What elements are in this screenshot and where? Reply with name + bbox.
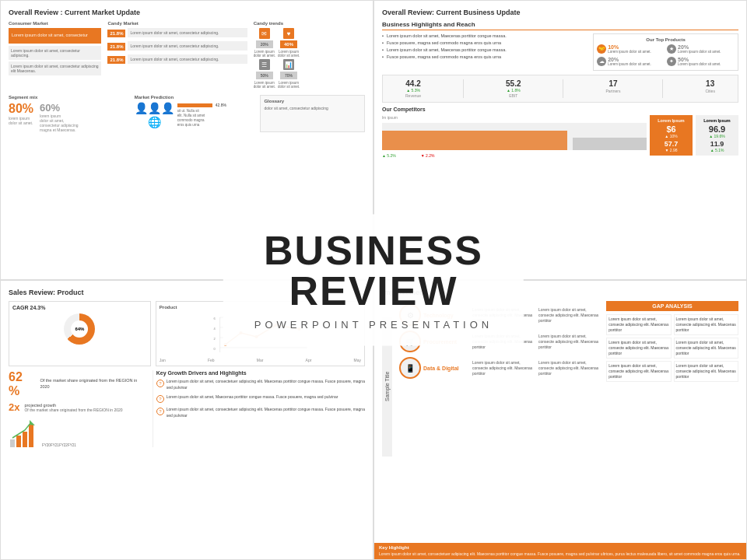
segment-mix-label: Segment mix <box>9 95 130 100</box>
product-desc-1: Lorem ipsum dolor sit amet. <box>608 50 651 54</box>
consumer-gray2: Lorem ipsum dolor sit amet, consectetur … <box>9 61 101 75</box>
gap-cell-1-2: Lorem ipsum dolor sit amet, consecte adi… <box>674 314 738 335</box>
kpi-partners: 17 Partners <box>605 79 620 98</box>
candy-pct1: 21.8% <box>107 30 125 37</box>
ms-row-1: 62 % Of the market share originated from… <box>9 370 148 398</box>
segment-inline: 80% lorem ipsumdolor sit amet. 60% lorem… <box>9 102 130 132</box>
proj-sub: Of the market share originated from the … <box>24 408 122 412</box>
comp-name-1: Lorem Ipsum <box>653 118 689 123</box>
trend-pct1: 20% <box>256 40 273 48</box>
svg-text:4: 4 <box>213 327 216 331</box>
data-glyph: 📱 <box>405 364 415 373</box>
comp-change-3: ▲ 19.6% <box>699 134 735 138</box>
arrow-chart-svg <box>9 416 40 447</box>
fy21b-label: FY21 <box>68 443 75 447</box>
glossary-text: dolor sit amet, consectetur adipiscing <box>264 106 361 112</box>
svg-text:6: 6 <box>213 317 216 320</box>
kpi-divider-2 <box>563 79 563 98</box>
comp-ipsum-label: lm ipsum <box>382 115 647 120</box>
biz-bullet-3: Lorem ipsum dolor sit amet, Maecenas por… <box>382 47 588 52</box>
tech-desc-2: Lorem ipsum dolor sit amet, consecte adi… <box>538 307 602 324</box>
key-highlight-text: Lorem ipsum dolor sit amet, consectetuer… <box>379 551 742 557</box>
comp-change-2: ▼ 2.2% <box>421 153 435 158</box>
overlay-subtitle: POWERPOINT PRESENTATION <box>254 319 493 331</box>
svg-text:2: 2 <box>213 337 216 341</box>
product-icon-3: ☁ <box>597 57 606 66</box>
kpi-divider-1 <box>463 79 464 98</box>
x-label-may: May <box>354 358 361 362</box>
biz-bullet-1: Lorem ipsum dolor sit amet, Maecenas por… <box>382 33 588 38</box>
overlay-title-line2: REVIEW <box>289 268 458 313</box>
market-share-block: 62 % Of the market share originated from… <box>9 370 148 447</box>
candy-row-3: 21.8% Lorem ipsum dolor sit amet, consec… <box>107 54 247 65</box>
proc-desc-2: Lorem ipsum dolor sit amet, consecte adi… <box>538 334 602 350</box>
biz-bullet-2: Fusce posuere, magna sed commodo magna e… <box>382 40 588 45</box>
comp-bar-changes: ▲ 5.2% ▼ 2.2% <box>382 153 647 158</box>
candy-text3: Lorem ipsum dolor sit amet, consectetur … <box>128 54 247 64</box>
cagr-label: CAGR 24.3% <box>12 305 147 310</box>
market-prediction-block: Market Prediction 👤👤👤 🌐 42.8% sit ut. Nu… <box>135 95 256 132</box>
product-desc-4: Lorem ipsum dolor sit amet. <box>678 62 721 67</box>
segment-mix-block: Segment mix 80% lorem ipsumdolor sit ame… <box>9 95 130 132</box>
candy-market-label: Candy Market <box>107 21 247 26</box>
gap-cell-3-2: Lorem ipsum dolor sit amet, consecte adi… <box>674 361 738 382</box>
product-icon-1: 🤝 <box>597 44 606 54</box>
product-desc-3: Lorem ipsum dolor sit amet. <box>608 62 651 67</box>
center-overlay: BUSINESS REVIEW POWERPOINT PRESENTATION <box>223 215 524 346</box>
product-pct-3: 20% <box>608 57 651 62</box>
bar-text: sit ut. Nulla sitelit. Nulla sit ametcom… <box>177 109 226 127</box>
growth-text-2: Lorem ipsum dolor sit amet, Maecenas por… <box>167 394 338 401</box>
top-products-block: Our Top Products 🤝 10% Lorem ipsum dolor… <box>593 33 738 71</box>
candy-trends-label: Candy trends <box>254 21 365 26</box>
data-icon: 📱 <box>399 357 421 379</box>
kpi-cities-value: 13 <box>705 79 715 88</box>
comp-change-4: ▲ 5.1% <box>699 148 735 152</box>
data-desc-2: Lorem ipsum dolor sit amet, consecte adi… <box>538 360 602 376</box>
biz-highlights-title: Business Highlights and Reach <box>382 21 738 30</box>
candy-pct2: 21.8% <box>107 43 125 51</box>
gap-cell-3-1: Lorem ipsum dolor sit amet, consecte adi… <box>606 361 671 382</box>
trend-pct3: 50% <box>256 72 273 79</box>
kpi-ebit: 55.2 ▲ 1.8% EBIT <box>506 79 521 98</box>
bar-labels-row: FY20 FY21 FY22 FY21 <box>42 443 75 447</box>
seg-60: 60% <box>40 102 78 114</box>
sales-bottom-section: 62 % Of the market share originated from… <box>9 370 365 447</box>
product-item-4: ✦ 50% Lorem ipsum dolor sit amet. <box>667 57 735 67</box>
candy-row-1: 21.8% Lorem ipsum dolor sit amet, consec… <box>107 28 247 39</box>
candy-text1: Lorem ipsum dolor sit amet, consectetur … <box>128 28 247 37</box>
fy22-label: FY22 <box>59 443 67 447</box>
comp-card-2: Lorem Ipsum 96.9 ▲ 19.6% 11.9 ▲ 5.1% <box>696 115 738 156</box>
growth-item-1: ? Lorem ipsum dolor sit amet, consectetu… <box>156 379 365 390</box>
growth-q-icon-3: ? <box>159 409 161 414</box>
kpi-divider-3 <box>662 79 663 98</box>
slide1-bottom-row: Segment mix 80% lorem ipsumdolor sit ame… <box>9 95 365 132</box>
gap-cell-2-1: Lorem ipsum dolor sit amet, consecte adi… <box>606 338 671 359</box>
fy20-label: FY20 <box>42 443 50 447</box>
svg-rect-16 <box>23 432 27 447</box>
kpi-ebit-value: 55.2 <box>506 79 521 88</box>
cagr-box: CAGR 24.3% 64% <box>9 301 151 366</box>
bar-row-1: 42.8% <box>177 103 226 107</box>
kpi-revenue-value: 44.2 <box>405 79 421 88</box>
consumer-gray1: Lorem ipsum dolor sit amet, consectetur … <box>9 46 101 60</box>
kpi-cities-label: Cities <box>705 89 715 93</box>
x-label-feb: Feb <box>208 358 215 362</box>
growth-bars: FY20 FY21 FY22 FY21 <box>9 416 148 447</box>
donut-inner-value: 64% <box>71 320 88 338</box>
product-pct-2: 20% <box>678 44 721 50</box>
kpi-partners-value: 17 <box>605 79 620 88</box>
glossary-block: Glossary dolor sit amet, consectetur adi… <box>260 95 365 132</box>
gap-row-1: Lorem ipsum dolor sit amet, consecte adi… <box>606 314 738 335</box>
candy-text2: Lorem ipsum dolor sit amet, consectetur … <box>128 41 247 51</box>
bar-pct-1: 42.8% <box>216 103 226 107</box>
trend-pct2: 40% <box>280 40 297 48</box>
product-icon-2: ★ <box>667 44 676 54</box>
box-icon: ☰ <box>259 59 270 70</box>
gap-row-2: Lorem ipsum dolor sit amet, consecte adi… <box>606 338 738 359</box>
top-products-title: Our Top Products <box>597 37 735 42</box>
comp-bar-gray <box>573 138 647 150</box>
key-highlight-bar: Key Highlight Lorem ipsum dolor sit amet… <box>374 543 746 559</box>
product-desc-2: Lorem ipsum dolor sit amet. <box>678 50 721 54</box>
growth-q-icon-1: ? <box>159 381 161 386</box>
bar-fill-1 <box>177 103 212 107</box>
